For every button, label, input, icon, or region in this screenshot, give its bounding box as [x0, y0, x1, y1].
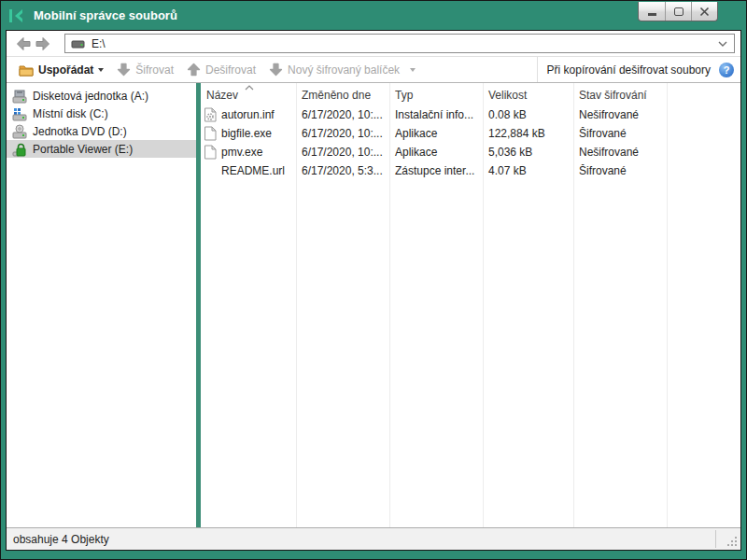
- main-area: Disketová jednotka (A:) Místní disk (C:): [7, 83, 740, 527]
- file-row[interactable]: README.url 6/17/2020, 5:3... Zástupce in…: [201, 161, 740, 180]
- autorun-file-icon: [203, 107, 218, 122]
- floppy-drive-icon: [12, 89, 27, 104]
- encrypt-button[interactable]: Šifrovat: [110, 59, 180, 81]
- header-status[interactable]: Stav šifrování: [573, 89, 667, 105]
- minimize-button[interactable]: [639, 2, 665, 21]
- maximize-icon: [674, 7, 684, 16]
- window-controls: [638, 2, 718, 21]
- dvd-drive-icon: [12, 124, 27, 139]
- chevron-down-icon: [410, 68, 416, 72]
- arrow-up-icon: [187, 63, 201, 77]
- file-size: 122,884 kB: [483, 127, 573, 140]
- toolbar-separator: [537, 57, 538, 82]
- file-size: 4.07 kB: [483, 164, 573, 177]
- file-icon: [203, 126, 218, 141]
- column-divider[interactable]: [573, 83, 574, 527]
- file-modified: 6/17/2020, 10:...: [296, 108, 389, 121]
- column-divider[interactable]: [296, 83, 297, 527]
- file-name: autorun.inf: [221, 108, 275, 121]
- drives-sidebar: Disketová jednotka (A:) Místní disk (C:): [7, 83, 196, 527]
- file-size: 5,036 kB: [483, 146, 573, 159]
- sort-asc-icon: [244, 85, 255, 91]
- file-status: Nešifrované: [573, 108, 667, 121]
- sidebar-item-label: Disketová jednotka (A:): [33, 90, 148, 103]
- window-title: Mobilní správce souborů: [34, 8, 177, 22]
- back-button[interactable]: [14, 35, 33, 53]
- file-modified: 6/17/2020, 10:...: [296, 146, 389, 159]
- arrow-down-icon: [117, 63, 131, 77]
- decrypt-button[interactable]: Dešifrovat: [180, 59, 262, 81]
- column-divider[interactable]: [483, 83, 484, 527]
- file-status: Šifrované: [573, 127, 667, 140]
- sidebar-item-drive-e[interactable]: Portable Viewer (E:): [7, 140, 196, 158]
- window-content: E:\ Uspořádat Šifrovat: [6, 30, 741, 551]
- forward-button[interactable]: [33, 35, 51, 53]
- sidebar-item-drive-d[interactable]: Jednotka DVD (D:): [7, 122, 196, 140]
- new-package-label: Nový šifrovaný balíček: [288, 63, 400, 77]
- header-type[interactable]: Typ: [389, 89, 483, 105]
- drive-icon: [71, 38, 86, 49]
- file-type: Instalační info...: [389, 108, 483, 121]
- encrypted-drive-icon: [12, 142, 27, 157]
- header-modified[interactable]: Změněno dne: [296, 89, 389, 105]
- chevron-down-icon[interactable]: [717, 40, 728, 48]
- column-divider[interactable]: [667, 83, 668, 527]
- status-bar: obsahuje 4 Objekty: [7, 527, 740, 550]
- close-icon: [699, 7, 710, 17]
- file-row[interactable]: bigfile.exe 6/17/2020, 10:... Aplikace 1…: [201, 124, 740, 143]
- file-name: pmv.exe: [221, 146, 262, 159]
- toolbar-right: Při kopírování dešifrovat soubory ?: [537, 57, 740, 82]
- resize-grip[interactable]: [726, 536, 739, 548]
- file-icon: [203, 145, 218, 160]
- sidebar-item-drive-a[interactable]: Disketová jednotka (A:): [7, 87, 196, 105]
- help-icon[interactable]: ?: [719, 63, 734, 77]
- titlebar: Mobilní správce souborů: [1, 1, 746, 30]
- sidebar-item-label: Jednotka DVD (D:): [33, 125, 127, 138]
- sidebar-item-label: Portable Viewer (E:): [33, 143, 133, 156]
- arrow-down-icon: [269, 63, 283, 77]
- folder-icon: [19, 63, 34, 77]
- organize-label: Uspořádat: [38, 63, 93, 77]
- statusbar-separator: [715, 530, 716, 548]
- kaspersky-logo: [8, 7, 25, 24]
- file-type: Zástupce inter...: [389, 164, 483, 177]
- local-disk-icon: [12, 106, 27, 121]
- help-glyph: ?: [724, 64, 730, 76]
- decrypt-label: Dešifrovat: [205, 63, 256, 77]
- address-path: E:\: [92, 37, 717, 50]
- maximize-button[interactable]: [665, 2, 691, 21]
- column-divider[interactable]: [389, 83, 390, 527]
- no-icon: [203, 163, 218, 178]
- toolbar: Uspořádat Šifrovat Dešifrovat Nový šif: [7, 57, 740, 83]
- status-text: obsahuje 4 Objekty: [13, 533, 109, 546]
- file-list: Název Změněno dne Typ Velikost Stav šifr…: [201, 83, 740, 527]
- close-button[interactable]: [691, 2, 717, 21]
- encrypt-label: Šifrovat: [135, 63, 174, 77]
- file-row[interactable]: pmv.exe 6/17/2020, 10:... Aplikace 5,036…: [201, 143, 740, 161]
- file-modified: 6/17/2020, 5:3...: [296, 164, 389, 177]
- back-arrow-icon: [16, 36, 32, 51]
- file-type: Aplikace: [389, 127, 483, 140]
- new-encrypted-package-button[interactable]: Nový šifrovaný balíček: [262, 59, 422, 81]
- forward-arrow-icon: [35, 36, 50, 51]
- sidebar-item-label: Místní disk (C:): [33, 107, 108, 120]
- sidebar-item-drive-c[interactable]: Místní disk (C:): [7, 105, 196, 122]
- file-modified: 6/17/2020, 10:...: [296, 127, 389, 140]
- file-status: Nešifrované: [573, 146, 667, 159]
- file-name: README.url: [221, 164, 285, 177]
- minimize-icon: [648, 13, 656, 16]
- list-header: Název Změněno dne Typ Velikost Stav šifr…: [201, 83, 740, 105]
- file-name: bigfile.exe: [221, 127, 272, 140]
- file-size: 0.08 kB: [483, 108, 573, 121]
- organize-button[interactable]: Uspořádat: [12, 59, 110, 81]
- copy-decrypt-option[interactable]: Při kopírování dešifrovat soubory: [547, 63, 711, 77]
- file-type: Aplikace: [389, 146, 483, 159]
- file-row[interactable]: autorun.inf 6/17/2020, 10:... Instalační…: [201, 105, 740, 124]
- header-name[interactable]: Název: [201, 89, 296, 105]
- address-bar[interactable]: E:\: [64, 34, 735, 53]
- file-status: Šifrované: [573, 164, 667, 177]
- chevron-down-icon: [98, 68, 104, 72]
- navigation-row: E:\: [7, 31, 740, 57]
- header-size[interactable]: Velikost: [483, 89, 573, 105]
- app-window: Mobilní správce souborů: [0, 0, 747, 560]
